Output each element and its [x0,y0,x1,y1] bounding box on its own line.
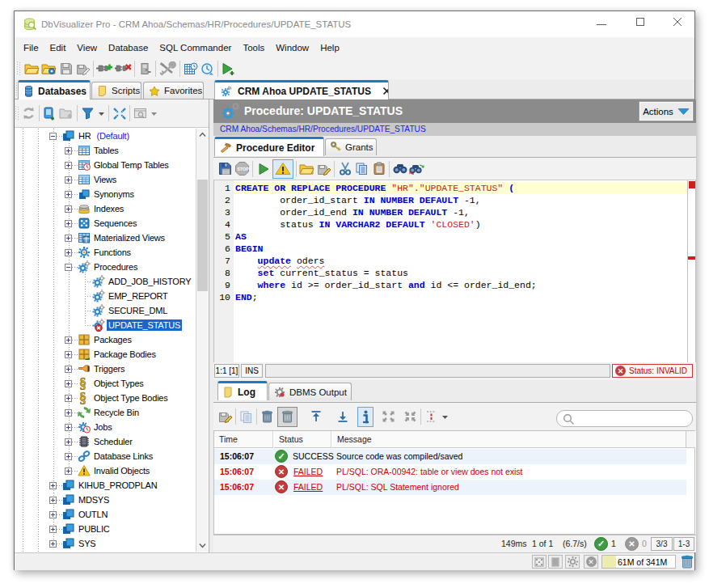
svg-text:§: § [79,377,87,390]
svg-text:STOP: STOP [237,167,249,171]
svg-text:§: § [79,391,87,404]
